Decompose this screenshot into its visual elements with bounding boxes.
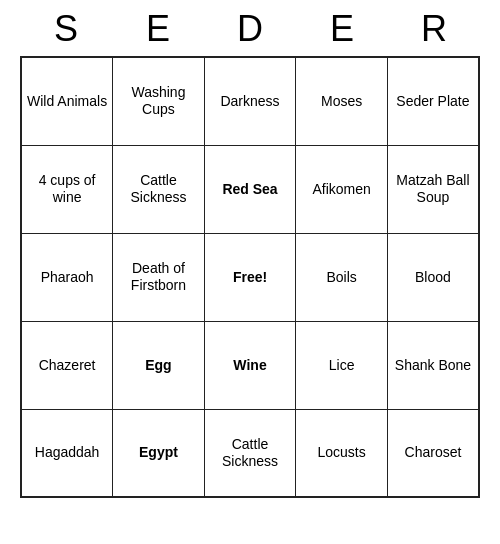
grid-cell: Afikomen	[296, 145, 388, 233]
grid-cell: Shank Bone	[387, 321, 479, 409]
grid-cell: Egg	[113, 321, 205, 409]
grid-cell: Cattle Sickness	[113, 145, 205, 233]
grid-cell: Wild Animals	[21, 57, 113, 145]
grid-cell: Egypt	[113, 409, 205, 497]
grid-cell: Chazeret	[21, 321, 113, 409]
grid-cell: Free!	[204, 233, 296, 321]
grid-cell: Blood	[387, 233, 479, 321]
header-letter: E	[118, 8, 198, 50]
grid-cell: Moses	[296, 57, 388, 145]
grid-cell: Washing Cups	[113, 57, 205, 145]
grid-cell: Darkness	[204, 57, 296, 145]
header-letter: E	[302, 8, 382, 50]
header-letter: D	[210, 8, 290, 50]
grid-cell: Wine	[204, 321, 296, 409]
grid-cell: Matzah Ball Soup	[387, 145, 479, 233]
bingo-header: SEDER	[20, 0, 480, 56]
grid-cell: Locusts	[296, 409, 388, 497]
grid-cell: Lice	[296, 321, 388, 409]
grid-cell: Hagaddah	[21, 409, 113, 497]
bingo-grid: Wild AnimalsWashing CupsDarknessMosesSed…	[20, 56, 480, 498]
grid-cell: Death of Firstborn	[113, 233, 205, 321]
grid-cell: Boils	[296, 233, 388, 321]
grid-cell: Pharaoh	[21, 233, 113, 321]
grid-cell: Red Sea	[204, 145, 296, 233]
grid-cell: Charoset	[387, 409, 479, 497]
grid-cell: 4 cups of wine	[21, 145, 113, 233]
grid-cell: Seder Plate	[387, 57, 479, 145]
grid-cell: Cattle Sickness	[204, 409, 296, 497]
header-letter: S	[26, 8, 106, 50]
header-letter: R	[394, 8, 474, 50]
